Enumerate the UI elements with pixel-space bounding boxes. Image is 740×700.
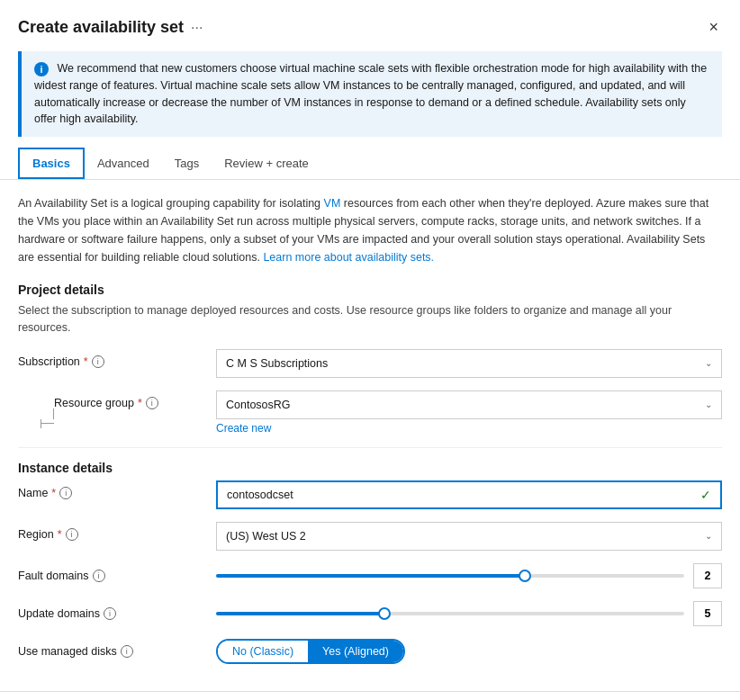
region-info-icon[interactable]: i (66, 528, 78, 541)
managed-disks-toggle: No (Classic) Yes (Aligned) (216, 639, 405, 664)
update-domains-value: 5 (693, 601, 722, 626)
subscription-label: Subscription * i (18, 349, 216, 368)
subscription-chevron-icon: ⌄ (705, 358, 712, 368)
region-label: Region * i (18, 522, 216, 541)
info-banner-text: We recommend that new customers choose v… (34, 62, 707, 125)
managed-disks-label: Use managed disks i (18, 639, 216, 658)
region-chevron-icon: ⌄ (705, 531, 712, 541)
vm-link[interactable]: VM (324, 197, 341, 210)
footer: Review + create < Previous Next : Advanc… (0, 691, 740, 701)
region-required: * (58, 528, 62, 541)
availability-set-description: An Availability Set is a logical groupin… (18, 194, 722, 266)
update-domains-slider-container: 5 (216, 601, 722, 626)
rg-required: * (138, 397, 142, 409)
name-row: Name * i contosodcset ✓ (18, 480, 722, 509)
update-domains-control: 5 (216, 601, 722, 626)
subscription-dropdown[interactable]: C M S Subscriptions ⌄ (216, 349, 722, 378)
more-options-icon[interactable]: ··· (191, 20, 203, 36)
update-domains-label: Update domains i (18, 601, 216, 620)
instance-details-title: Instance details (18, 461, 722, 475)
info-icon: i (34, 62, 49, 76)
tab-basics[interactable]: Basics (18, 148, 85, 179)
name-check-icon: ✓ (700, 488, 711, 502)
name-input-box[interactable]: contosodcset ✓ (216, 480, 722, 509)
update-domains-slider-track (216, 612, 684, 615)
update-domains-slider-thumb[interactable] (378, 607, 391, 620)
tabs-bar: Basics Advanced Tags Review + create (0, 148, 740, 180)
resource-group-row: Resource group * i ContososRG ⌄ Create n… (18, 390, 722, 435)
learn-more-link[interactable]: Learn more about availability sets. (263, 251, 434, 264)
dialog-title: Create availability set (18, 18, 184, 37)
name-input-value: contosodcset (227, 489, 293, 501)
subscription-value: C M S Subscriptions (226, 357, 328, 370)
resource-group-control: ContososRG ⌄ Create new (216, 390, 722, 435)
resource-group-label: Resource group * i (54, 390, 216, 409)
toggle-no-classic[interactable]: No (Classic) (218, 641, 308, 662)
region-row: Region * i (US) West US 2 ⌄ (18, 522, 722, 551)
fault-domains-value: 2 (693, 563, 722, 588)
name-info-icon[interactable]: i (59, 487, 72, 499)
region-value: (US) West US 2 (226, 530, 306, 543)
indent-spacer (18, 390, 54, 428)
create-availability-set-dialog: Create availability set ··· × i We recom… (0, 0, 740, 700)
tab-advanced[interactable]: Advanced (85, 149, 162, 177)
name-required: * (51, 487, 56, 499)
region-dropdown[interactable]: (US) West US 2 ⌄ (216, 522, 722, 551)
fault-domains-slider-thumb[interactable] (519, 570, 531, 582)
fault-domains-slider-fill (216, 574, 525, 578)
update-domains-slider-fill (216, 612, 384, 615)
project-details-subtitle: Select the subscription to manage deploy… (18, 302, 722, 337)
fault-domains-slider-container: 2 (216, 563, 722, 588)
resource-group-value: ContososRG (226, 399, 291, 411)
name-label: Name * i (18, 480, 216, 499)
fault-domains-label: Fault domains i (18, 563, 216, 582)
toggle-yes-aligned[interactable]: Yes (Aligned) (308, 641, 403, 662)
main-content: An Availability Set is a logical groupin… (0, 180, 740, 691)
update-domains-info-icon[interactable]: i (104, 607, 116, 620)
managed-disks-control: No (Classic) Yes (Aligned) (216, 639, 722, 664)
subscription-required: * (84, 355, 88, 368)
resource-group-dropdown[interactable]: ContososRG ⌄ (216, 390, 722, 419)
dialog-header: Create availability set ··· × (0, 0, 740, 51)
project-details-section: Project details Select the subscription … (18, 283, 722, 435)
fault-domains-row: Fault domains i 2 (18, 563, 722, 588)
close-button[interactable]: × (705, 14, 722, 40)
update-domains-row: Update domains i 5 (18, 601, 722, 626)
section-divider (18, 447, 722, 448)
tab-tags[interactable]: Tags (162, 149, 212, 177)
rg-info-icon[interactable]: i (146, 397, 158, 409)
project-details-title: Project details (18, 283, 722, 297)
rg-chevron-icon: ⌄ (705, 399, 712, 409)
instance-details-section: Instance details Name * i contosodcset ✓ (18, 461, 722, 664)
tab-review-create[interactable]: Review + create (212, 149, 321, 177)
fault-domains-control: 2 (216, 563, 722, 588)
name-control: contosodcset ✓ (216, 480, 722, 509)
subscription-row: Subscription * i C M S Subscriptions ⌄ (18, 349, 722, 378)
region-control: (US) West US 2 ⌄ (216, 522, 722, 551)
fault-domains-info-icon[interactable]: i (93, 570, 105, 582)
fault-domains-slider-track (216, 574, 684, 578)
create-new-link[interactable]: Create new (216, 422, 722, 435)
subscription-control: C M S Subscriptions ⌄ (216, 349, 722, 378)
subscription-info-icon[interactable]: i (92, 355, 104, 368)
managed-disks-info-icon[interactable]: i (121, 645, 133, 658)
title-row: Create availability set ··· (18, 18, 203, 37)
info-banner: i We recommend that new customers choose… (18, 51, 722, 137)
managed-disks-row: Use managed disks i No (Classic) Yes (Al… (18, 639, 722, 664)
